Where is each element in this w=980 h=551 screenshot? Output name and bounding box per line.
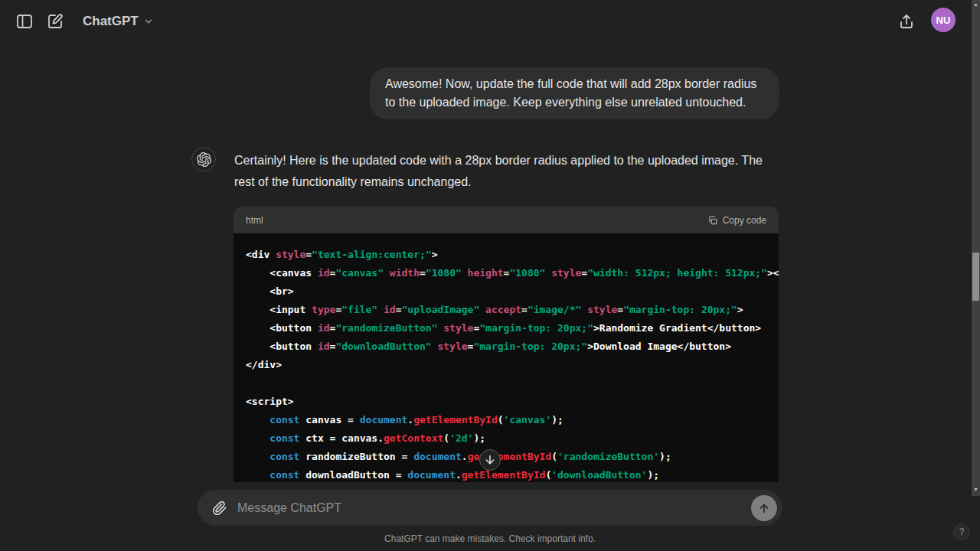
assistant-avatar	[191, 147, 216, 171]
sidebar-toggle-button[interactable]	[11, 8, 38, 35]
code-line: </div>	[246, 356, 766, 374]
scrollbar-track[interactable]: ▲ ▼	[972, 0, 980, 496]
scrollbar-thumb[interactable]	[972, 253, 979, 301]
sidebar-toggle-icon	[15, 12, 34, 31]
copy-icon	[707, 215, 718, 226]
scrollbar-up-arrow[interactable]: ▲	[972, 0, 980, 9]
arrow-down-icon	[484, 454, 496, 466]
paperclip-icon	[212, 500, 227, 516]
top-bar: ChatGPT NU	[0, 0, 980, 43]
help-label: ?	[959, 527, 965, 537]
code-line	[246, 374, 766, 393]
copy-code-label: Copy code	[723, 215, 766, 226]
attach-file-button[interactable]	[198, 490, 231, 526]
user-avatar[interactable]: NU	[931, 8, 956, 32]
code-line: const canvas = document.getElementById('…	[246, 411, 766, 429]
disclaimer-text: ChatGPT can make mistakes. Check importa…	[0, 533, 980, 544]
composer	[198, 490, 782, 526]
user-message-bubble: Awesome! Now, update the full code that …	[370, 67, 779, 119]
code-content: <div style="text-align:center;"> <canvas…	[234, 233, 779, 482]
code-line: <canvas id="canvas" width="1080" height=…	[246, 264, 766, 282]
code-block-header: html Copy code	[234, 207, 779, 233]
compose-icon	[46, 12, 64, 31]
code-line: <br>	[246, 282, 766, 301]
share-icon	[897, 12, 916, 31]
code-line: <div style="text-align:center;">	[246, 246, 766, 264]
help-button[interactable]: ?	[953, 523, 970, 540]
message-input[interactable]	[231, 501, 751, 515]
scrollbar-down-arrow[interactable]: ▼	[972, 485, 980, 494]
new-chat-button[interactable]	[41, 8, 69, 35]
chatgpt-app: ChatGPT NU Awesome! Now, update the full…	[0, 0, 980, 551]
scroll-to-bottom-button[interactable]	[479, 449, 501, 471]
code-line: <button id="downloadButton" style="margi…	[246, 337, 766, 356]
code-line: const randomizeButton = document.getElem…	[246, 448, 766, 466]
code-line: <script>	[246, 393, 766, 411]
code-language-label: html	[246, 215, 263, 226]
code-line: <button id="randomizeButton" style="marg…	[246, 319, 766, 337]
app-title: ChatGPT	[83, 14, 139, 29]
share-button[interactable]	[893, 8, 920, 35]
copy-code-button[interactable]: Copy code	[707, 215, 766, 226]
user-message-text: Awesome! Now, update the full code that …	[385, 77, 756, 109]
send-button[interactable]	[751, 495, 777, 521]
arrow-up-icon	[757, 501, 771, 515]
openai-logo-icon	[197, 152, 211, 167]
assistant-message-text: Certainly! Here is the updated code with…	[234, 150, 779, 193]
chevron-down-icon	[143, 16, 154, 27]
code-line: const ctx = canvas.getContext('2d');	[246, 429, 766, 448]
model-selector[interactable]: ChatGPT	[77, 9, 160, 34]
user-initials: NU	[936, 15, 951, 26]
code-line: <input type="file" id="uploadImage" acce…	[246, 301, 766, 319]
code-block: html Copy code <div style="text-align:ce…	[234, 207, 779, 482]
code-line: const downloadButton = document.getEleme…	[246, 466, 766, 482]
